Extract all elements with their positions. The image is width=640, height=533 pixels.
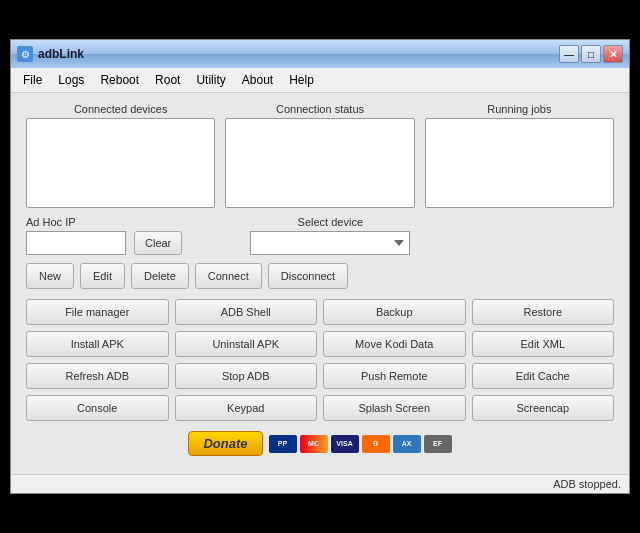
payment-icons: PP MC VISA D AX EF bbox=[269, 435, 452, 453]
select-device-label: Select device bbox=[250, 216, 410, 228]
connected-devices-label: Connected devices bbox=[26, 103, 215, 115]
file-manager-button[interactable]: File manager bbox=[26, 299, 169, 325]
status-text: ADB stopped. bbox=[553, 478, 621, 490]
keypad-button[interactable]: Keypad bbox=[175, 395, 318, 421]
menu-bar: File Logs Reboot Root Utility About Help bbox=[11, 68, 629, 93]
mastercard-icon: MC bbox=[300, 435, 328, 453]
window-title: adbLink bbox=[38, 47, 84, 61]
menu-file[interactable]: File bbox=[15, 70, 50, 90]
adhoc-row: Ad Hoc IP Clear Select device bbox=[26, 216, 614, 255]
adb-shell-button[interactable]: ADB Shell bbox=[175, 299, 318, 325]
uninstall-apk-button[interactable]: Uninstall APK bbox=[175, 331, 318, 357]
discover-icon: D bbox=[362, 435, 390, 453]
restore-button[interactable]: Restore bbox=[472, 299, 615, 325]
donate-button[interactable]: Donate bbox=[188, 431, 262, 456]
connected-devices-panel: Connected devices bbox=[26, 103, 215, 208]
device-select[interactable] bbox=[250, 231, 410, 255]
menu-reboot[interactable]: Reboot bbox=[92, 70, 147, 90]
connection-status-label: Connection status bbox=[225, 103, 414, 115]
clear-button[interactable]: Clear bbox=[134, 231, 182, 255]
connect-button[interactable]: Connect bbox=[195, 263, 262, 289]
edit-button[interactable]: Edit bbox=[80, 263, 125, 289]
menu-root[interactable]: Root bbox=[147, 70, 188, 90]
connection-status-panel: Connection status bbox=[225, 103, 414, 208]
push-remote-button[interactable]: Push Remote bbox=[323, 363, 466, 389]
running-jobs-label: Running jobs bbox=[425, 103, 614, 115]
edit-xml-button[interactable]: Edit XML bbox=[472, 331, 615, 357]
menu-help[interactable]: Help bbox=[281, 70, 322, 90]
connected-devices-box bbox=[26, 118, 215, 208]
adhoc-label: Ad Hoc IP bbox=[26, 216, 126, 228]
close-button[interactable]: ✕ bbox=[603, 45, 623, 63]
title-bar-left: ⚙ adbLink bbox=[17, 46, 84, 62]
delete-button[interactable]: Delete bbox=[131, 263, 189, 289]
other-payment-icon: EF bbox=[424, 435, 452, 453]
backup-button[interactable]: Backup bbox=[323, 299, 466, 325]
adhoc-input[interactable] bbox=[26, 231, 126, 255]
menu-logs[interactable]: Logs bbox=[50, 70, 92, 90]
nav-buttons-row: New Edit Delete Connect Disconnect bbox=[26, 263, 614, 289]
install-apk-button[interactable]: Install APK bbox=[26, 331, 169, 357]
minimize-button[interactable]: — bbox=[559, 45, 579, 63]
paypal-icon: PP bbox=[269, 435, 297, 453]
amex-icon: AX bbox=[393, 435, 421, 453]
select-device-section: Select device bbox=[250, 216, 410, 255]
app-icon: ⚙ bbox=[17, 46, 33, 62]
menu-utility[interactable]: Utility bbox=[188, 70, 233, 90]
panels-row: Connected devices Connection status Runn… bbox=[26, 103, 614, 208]
stop-adb-button[interactable]: Stop ADB bbox=[175, 363, 318, 389]
edit-cache-button[interactable]: Edit Cache bbox=[472, 363, 615, 389]
action-grid: File manager ADB Shell Backup Restore In… bbox=[26, 299, 614, 421]
refresh-adb-button[interactable]: Refresh ADB bbox=[26, 363, 169, 389]
move-kodi-data-button[interactable]: Move Kodi Data bbox=[323, 331, 466, 357]
adhoc-section: Ad Hoc IP bbox=[26, 216, 126, 255]
status-bar: ADB stopped. bbox=[11, 474, 629, 493]
console-button[interactable]: Console bbox=[26, 395, 169, 421]
maximize-button[interactable]: □ bbox=[581, 45, 601, 63]
title-bar: ⚙ adbLink — □ ✕ bbox=[11, 40, 629, 68]
title-bar-buttons: — □ ✕ bbox=[559, 45, 623, 63]
content-area: Connected devices Connection status Runn… bbox=[11, 93, 629, 474]
new-button[interactable]: New bbox=[26, 263, 74, 289]
screencap-button[interactable]: Screencap bbox=[472, 395, 615, 421]
menu-about[interactable]: About bbox=[234, 70, 281, 90]
splash-screen-button[interactable]: Splash Screen bbox=[323, 395, 466, 421]
running-jobs-panel: Running jobs bbox=[425, 103, 614, 208]
connection-status-box bbox=[225, 118, 414, 208]
main-window: ⚙ adbLink — □ ✕ File Logs Reboot Root Ut… bbox=[10, 39, 630, 494]
donate-row: Donate PP MC VISA D AX EF bbox=[26, 431, 614, 456]
disconnect-button[interactable]: Disconnect bbox=[268, 263, 348, 289]
running-jobs-box bbox=[425, 118, 614, 208]
visa-icon: VISA bbox=[331, 435, 359, 453]
